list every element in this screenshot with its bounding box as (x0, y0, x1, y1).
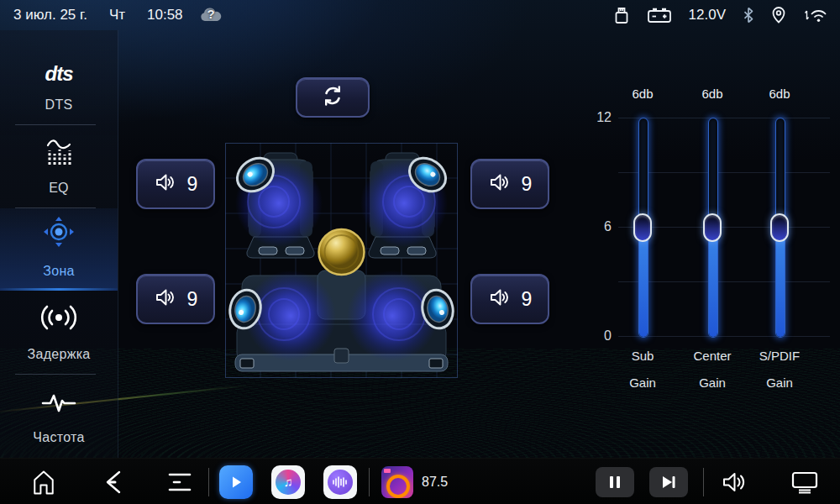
equalizer-icon (43, 137, 75, 169)
sidebar-item-eq[interactable]: EQ (0, 125, 118, 207)
back-button[interactable] (94, 464, 131, 501)
battery-icon (647, 7, 672, 24)
radio-chip-glyph (384, 469, 391, 473)
fader-value: 6db (750, 87, 809, 101)
location-icon (771, 6, 786, 24)
status-date: 3 июл. 25 г. (13, 7, 87, 24)
fader-channel-sub: 6db Sub Gain (613, 80, 672, 416)
fader-value: 6db (613, 87, 672, 101)
rear-left-volume-button[interactable]: 9 (136, 274, 215, 324)
music-app-icon[interactable]: ♫ (271, 465, 305, 499)
channel-name: Center (683, 349, 742, 363)
speaker-icon (488, 287, 510, 311)
weather-symbol: ? (207, 7, 215, 21)
volume-button[interactable] (716, 464, 753, 501)
speaker-icon (154, 287, 176, 311)
volume-value: 9 (187, 173, 198, 196)
fader-tick-6: 6 (588, 219, 612, 234)
channel-name: Sub (613, 349, 672, 363)
head-unit-screen: 3 июл. 25 г. Чт 10:58 ? (0, 0, 840, 504)
sidebar-item-delay[interactable]: Задержка (0, 291, 118, 374)
sidebar-item-label: Задержка (27, 347, 90, 362)
dts-logo-icon: dts (45, 62, 73, 86)
radio-frequency: 87.5 (422, 475, 448, 490)
fader-tick-0: 0 (588, 328, 612, 344)
slider-thumb[interactable] (703, 213, 722, 242)
volume-value: 9 (187, 288, 198, 311)
fader-channel-spdif: 6db S/PDIF Gain (750, 80, 809, 416)
pause-button[interactable] (596, 467, 634, 497)
weather-icon: ? (198, 6, 223, 24)
delay-signal-icon (38, 303, 80, 335)
channel-name: S/PDIF (750, 349, 809, 363)
sidebar-item-label: DTS (45, 97, 73, 113)
sidebar-item-label: Частота (33, 430, 84, 445)
rear-right-volume-button[interactable]: 9 (470, 274, 549, 324)
sub-gain-slider[interactable] (638, 118, 648, 338)
next-track-button[interactable] (649, 467, 688, 497)
front-left-volume-button[interactable]: 9 (136, 159, 215, 209)
status-time: 10:58 (147, 7, 183, 24)
spdif-gain-slider[interactable] (775, 118, 785, 338)
slider-fill (709, 228, 717, 337)
slider-thumb[interactable] (633, 213, 652, 242)
video-player-app-icon[interactable] (219, 465, 253, 499)
bluetooth-icon (743, 7, 754, 24)
menu-button[interactable] (161, 464, 198, 501)
battery-voltage: 12.0V (689, 7, 726, 24)
dock-bar: ♫ 87.5 (0, 458, 840, 504)
dock-divider (703, 468, 704, 496)
slider-fill (776, 228, 785, 337)
home-button[interactable] (25, 464, 62, 501)
usb-icon (613, 6, 630, 24)
music-note-glyph: ♫ (276, 470, 301, 495)
center-gain-slider[interactable] (708, 118, 718, 338)
wifi-icon (803, 7, 828, 24)
sidebar-item-label: EQ (49, 181, 69, 196)
speaker-icon (154, 172, 176, 196)
channel-unit: Gain (613, 375, 672, 390)
balance-point[interactable] (319, 229, 365, 275)
speaker-icon (488, 172, 510, 196)
zone-seat-map[interactable] (225, 143, 458, 378)
frequency-wave-icon (39, 391, 78, 418)
channel-unit: Gain (683, 375, 742, 390)
sidebar: dts DTS EQ (0, 30, 118, 458)
volume-value: 9 (522, 173, 533, 196)
slider-fill (639, 228, 648, 337)
fader-channel-center: 6db Center Gain (683, 80, 742, 416)
fader-value: 6db (683, 87, 742, 101)
fader-tick-12: 12 (588, 110, 612, 125)
gain-fader-panel: 12 6 0 6db Sub Gain 6db Center Gain 6db (588, 80, 840, 416)
sidebar-item-label: Зона (43, 264, 75, 279)
volume-value: 9 (522, 288, 533, 311)
sidebar-item-zone[interactable]: Зона (0, 208, 118, 291)
radio-app-icon[interactable] (381, 466, 413, 498)
channel-unit: Gain (750, 375, 809, 390)
voice-assistant-app-icon[interactable] (323, 465, 357, 499)
screen-settings-button[interactable] (786, 464, 823, 501)
refresh-icon (320, 83, 345, 112)
sidebar-item-frequency[interactable]: Частота (0, 375, 118, 457)
status-day: Чт (109, 7, 125, 24)
slider-thumb[interactable] (770, 213, 789, 242)
status-bar: 3 июл. 25 г. Чт 10:58 ? (0, 0, 840, 30)
dock-divider (208, 468, 209, 496)
sidebar-item-dts[interactable]: dts DTS (0, 30, 118, 124)
zone-target-icon (40, 215, 77, 252)
zone-reset-button[interactable] (296, 77, 370, 118)
front-right-volume-button[interactable]: 9 (470, 159, 549, 209)
dock-divider (369, 468, 370, 496)
radio-dial-glyph (386, 475, 410, 498)
